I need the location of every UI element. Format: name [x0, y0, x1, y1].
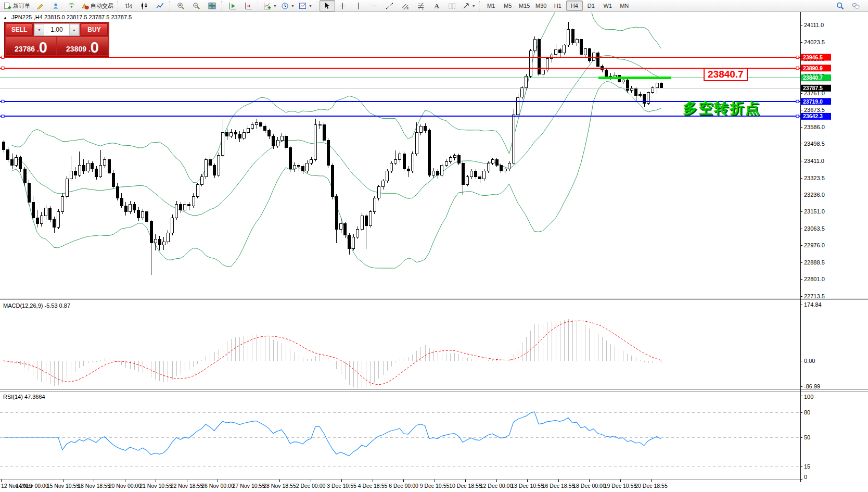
timeframe-h1-button[interactable]: H1 [550, 1, 566, 11]
tile-windows-button[interactable] [204, 0, 220, 11]
volume-value[interactable]: 1.00 [44, 24, 69, 35]
line-handle[interactable] [796, 67, 799, 69]
svg-text:T: T [451, 3, 453, 8]
axis-label: 23063.5 [804, 225, 825, 232]
tile-windows-icon [208, 2, 216, 10]
sell-price-pips: 0 [39, 41, 47, 55]
metaeditor-button[interactable] [32, 0, 48, 11]
timeframe-m1-button[interactable]: M1 [483, 1, 500, 11]
sell-price[interactable]: 23786 .0 [6, 37, 56, 55]
axis-label: 14 Nov 00:00 [16, 483, 48, 489]
zoom-in-button[interactable] [173, 0, 188, 11]
periods-button[interactable]: ▼ [279, 0, 297, 11]
timeframe-w1-button[interactable]: W1 [599, 1, 616, 11]
fibonacci-button[interactable]: F [413, 0, 429, 11]
chart-shift-button[interactable] [240, 0, 256, 11]
axis-label: 100 [804, 394, 813, 400]
community-button[interactable] [48, 0, 63, 11]
line-handle[interactable] [796, 115, 799, 118]
rsi-indicator-label: RSI(14) 47.3664 [3, 394, 45, 400]
new-order-icon [4, 2, 11, 10]
timeframe-m15-button[interactable]: M15 [516, 1, 533, 11]
shapes-button[interactable]: ▼ [460, 0, 478, 11]
chat-button[interactable] [848, 0, 863, 11]
bar-chart-icon [125, 2, 133, 10]
volume-increase-button[interactable]: ▲ [69, 24, 79, 35]
templates-button[interactable]: ▼ [297, 0, 314, 11]
one-click-trading-panel: SELL ▼ 1.00 ▲ BUY 23786 .0 23809 .0 [4, 22, 109, 57]
toolbar-separator [258, 1, 260, 10]
line-handle[interactable] [796, 100, 799, 103]
timeframe-mn-button[interactable]: MN [616, 1, 633, 11]
symbol-header[interactable]: ▲ JPN225-,H4 23815.0 23817.5 23787.5 237… [3, 14, 132, 20]
volume-decrease-button[interactable]: ▼ [34, 24, 44, 35]
timeframe-h4-button[interactable]: H4 [566, 1, 583, 11]
line-handle[interactable] [2, 115, 4, 118]
zoom-out-button[interactable] [188, 0, 204, 11]
buy-button[interactable]: BUY [81, 23, 108, 36]
hline-button[interactable] [366, 0, 382, 11]
axis-label: 23411.0 [804, 158, 824, 164]
price-flag-label[interactable]: 23840.7 [704, 68, 748, 81]
axis-label: 18 Dec 00:00 [573, 483, 606, 489]
axis-label: 18 Nov 18:55 [78, 483, 110, 489]
channel-button[interactable]: E [398, 0, 413, 11]
axis-label: 23498.5 [804, 141, 825, 147]
bar-chart-button[interactable] [121, 0, 136, 11]
price-badge-label: 23946.5 [803, 54, 823, 60]
macd-panel [4, 319, 661, 388]
axis-label: 0 [804, 474, 807, 480]
axis-label: 0.00 [804, 358, 815, 364]
pivot-annotation-text[interactable]: 多空转折点 [683, 98, 761, 118]
auto-scroll-button[interactable] [225, 0, 240, 11]
symbol-quotes: 23815.0 23817.5 23787.5 23787.5 [44, 14, 132, 20]
trendline-button[interactable] [382, 0, 398, 11]
macd-indicator-label: MACD(12,26,9) -5.53 0.87 [3, 302, 70, 309]
line-handle[interactable] [2, 100, 4, 103]
toolbar-separator [117, 1, 119, 10]
axis-label: 23586.0 [804, 124, 825, 130]
timeframe-m5-button[interactable]: M5 [500, 1, 516, 11]
new-order-button[interactable]: 新订单 [2, 0, 32, 11]
rsi-line [4, 412, 661, 456]
macd-signal-line [4, 321, 661, 384]
shapes-icon [462, 2, 470, 10]
timeframe-d1-button[interactable]: D1 [583, 1, 599, 11]
signals-icon [68, 2, 75, 10]
axis-label: 15 Nov 10:55 [47, 483, 80, 489]
collapse-icon[interactable]: ▲ [3, 16, 7, 20]
cursor-button[interactable] [320, 0, 335, 11]
indicators-button[interactable]: ▼ [261, 0, 279, 11]
axis-label: 174.84 [804, 301, 822, 308]
symbol-search-button[interactable] [832, 0, 848, 11]
templates-icon [299, 2, 307, 10]
timeframe-m30-button[interactable]: M30 [533, 1, 550, 11]
svg-text:E: E [407, 6, 409, 9]
hline-icon [370, 2, 378, 10]
line-chart-button[interactable] [152, 0, 168, 11]
axis-label: 24111.0 [804, 22, 824, 28]
chevron-down-icon: ▼ [291, 4, 295, 8]
axis-label: 50 [804, 434, 810, 440]
text-label-button[interactable]: T [444, 0, 460, 11]
buy-price-int: 23809 . [66, 45, 91, 53]
crosshair-button[interactable] [335, 0, 351, 11]
chevron-down-icon: ▼ [472, 4, 476, 8]
line-handle[interactable] [2, 67, 4, 69]
vline-button[interactable] [351, 0, 366, 11]
axis-label: 2 Dec 00:00 [296, 483, 326, 489]
sell-button[interactable]: SELL [6, 23, 33, 36]
candle-chart-button[interactable] [136, 0, 152, 11]
signals-button[interactable] [63, 0, 79, 11]
bollinger-middle-band [12, 56, 661, 216]
trendline-icon [386, 2, 393, 10]
text-button[interactable]: A [429, 0, 444, 11]
autotrading-button[interactable]: 自动交易 [79, 0, 116, 11]
toolbar-right-group [832, 0, 863, 11]
buy-price[interactable]: 23809 .0 [57, 37, 108, 55]
line-handle[interactable] [796, 56, 799, 59]
community-icon [52, 2, 60, 10]
axis-label: 20 Nov 00:00 [109, 483, 142, 489]
axis-label: 20 Dec 18:55 [635, 483, 668, 489]
svg-text:F: F [422, 7, 424, 10]
